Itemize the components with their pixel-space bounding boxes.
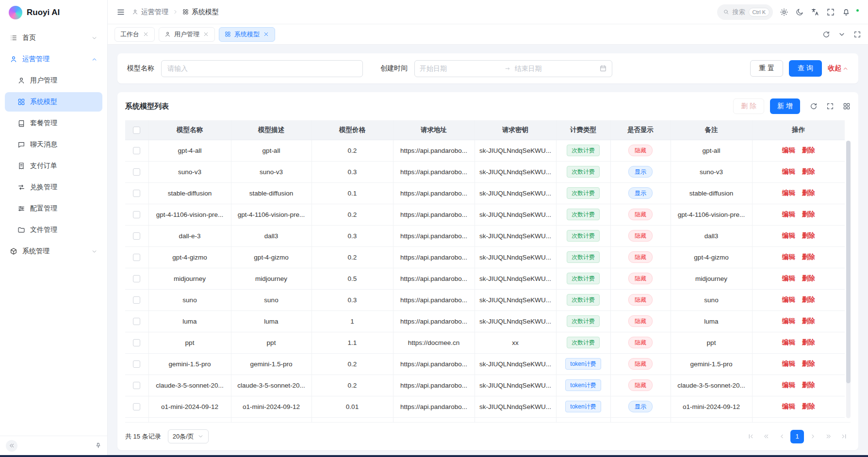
row-checkbox[interactable]: [133, 254, 140, 261]
delete-link[interactable]: 删除: [802, 296, 815, 303]
sidebar-item-plans[interactable]: 套餐管理: [5, 114, 102, 133]
query-button[interactable]: 查 询: [789, 60, 822, 77]
table-scrollbar-thumb[interactable]: [846, 141, 851, 383]
edit-link[interactable]: 编辑: [782, 403, 795, 410]
delete-link[interactable]: 删除: [802, 360, 815, 367]
add-button[interactable]: 新 增: [770, 98, 800, 114]
table-row: midjourney midjourney 0.5 https://api.pa…: [125, 268, 845, 289]
row-checkbox[interactable]: [133, 296, 140, 304]
hamburger-menu-button[interactable]: [116, 8, 125, 16]
tab-close-button[interactable]: [143, 31, 149, 37]
sidebar-item-payment-orders[interactable]: 支付订单: [5, 156, 102, 176]
column-settings-button[interactable]: [843, 102, 851, 110]
sidebar-item-redeem[interactable]: 兑换管理: [5, 178, 102, 197]
sidebar-collapse-button[interactable]: [6, 440, 17, 452]
edit-link[interactable]: 编辑: [782, 189, 795, 196]
table-fullscreen-button[interactable]: [826, 102, 834, 110]
edit-link[interactable]: 编辑: [782, 232, 795, 239]
next-page-button[interactable]: [806, 430, 819, 443]
edit-link[interactable]: 编辑: [782, 339, 795, 346]
delete-link[interactable]: 删除: [802, 403, 815, 410]
content-fullscreen-button[interactable]: [853, 31, 861, 38]
jump-forward-button[interactable]: [821, 430, 835, 443]
sidebar-menu: 首页 运营管理 用户管理 系统模型 套餐管理 聊天消息: [0, 25, 107, 436]
prev-page-button[interactable]: [775, 430, 788, 443]
edit-link[interactable]: 编辑: [782, 275, 795, 282]
sidebar-item-user-management[interactable]: 用户管理: [5, 71, 102, 90]
current-page-button[interactable]: 1: [790, 430, 804, 443]
select-all-checkbox[interactable]: [133, 127, 140, 134]
edit-link[interactable]: 编辑: [782, 360, 795, 367]
first-page-button[interactable]: [744, 430, 757, 443]
sidebar-item-files[interactable]: 文件管理: [5, 220, 102, 240]
edit-link[interactable]: 编辑: [782, 317, 795, 325]
row-checkbox[interactable]: [133, 211, 140, 218]
row-checkbox[interactable]: [133, 403, 140, 410]
row-checkbox[interactable]: [133, 275, 140, 282]
breadcrumb-item-operations[interactable]: 运营管理: [132, 8, 168, 16]
delete-link[interactable]: 删除: [802, 381, 815, 389]
visibility-tag: 显示: [628, 166, 653, 178]
edit-link[interactable]: 编辑: [782, 168, 795, 175]
tab-workbench[interactable]: 工作台: [115, 27, 155, 42]
tab-close-button[interactable]: [203, 31, 209, 37]
settings-button[interactable]: [780, 8, 788, 16]
edit-link[interactable]: 编辑: [782, 211, 795, 218]
sidebar-item-system-management[interactable]: 系统管理: [5, 242, 102, 261]
delete-link[interactable]: 删除: [802, 275, 815, 282]
end-date-input[interactable]: [515, 65, 596, 72]
edit-link[interactable]: 编辑: [782, 296, 795, 303]
notifications-button[interactable]: [842, 8, 851, 16]
delete-link[interactable]: 删除: [802, 253, 815, 261]
last-page-button[interactable]: [837, 430, 851, 443]
tab-close-button[interactable]: [263, 31, 269, 37]
delete-link[interactable]: 删除: [802, 232, 815, 239]
cell-request-url: https://api.pandarobo...: [393, 161, 475, 182]
edit-link[interactable]: 编辑: [782, 381, 795, 389]
delete-link[interactable]: 删除: [802, 147, 815, 154]
row-checkbox[interactable]: [133, 339, 140, 346]
sidebar-item-home[interactable]: 首页: [5, 28, 102, 48]
table-refresh-button[interactable]: [810, 102, 818, 110]
start-date-input[interactable]: [420, 65, 501, 72]
delete-link[interactable]: 删除: [802, 211, 815, 218]
row-checkbox[interactable]: [133, 147, 140, 154]
model-name-input[interactable]: [161, 60, 363, 77]
reset-button[interactable]: 重 置: [750, 60, 783, 77]
row-checkbox[interactable]: [133, 232, 140, 240]
grid-icon: [225, 31, 231, 37]
delete-link[interactable]: 删除: [802, 339, 815, 346]
delete-link[interactable]: 删除: [802, 189, 815, 196]
bulk-delete-button[interactable]: 删 除: [733, 98, 764, 114]
pin-sidebar-button[interactable]: [95, 442, 101, 449]
collapse-filter-link[interactable]: 收起: [828, 64, 849, 73]
brand[interactable]: Ruoyi AI: [0, 0, 107, 25]
edit-link[interactable]: 编辑: [782, 147, 795, 154]
date-range-picker[interactable]: [414, 60, 612, 77]
page-size-value: 20条/页: [173, 432, 194, 441]
fullscreen-button[interactable]: [826, 8, 835, 16]
sidebar-item-chat-messages[interactable]: 聊天消息: [5, 135, 102, 154]
delete-link[interactable]: 删除: [802, 317, 815, 325]
language-button[interactable]: [811, 8, 819, 16]
sidebar-item-operations[interactable]: 运营管理: [5, 49, 102, 69]
row-checkbox[interactable]: [133, 318, 140, 325]
row-checkbox[interactable]: [133, 382, 140, 389]
row-checkbox[interactable]: [133, 360, 140, 368]
dark-mode-button[interactable]: [795, 8, 804, 16]
table-scrollbar-track[interactable]: [846, 141, 851, 418]
tab-user-management[interactable]: 用户管理: [159, 27, 215, 42]
breadcrumb-item-system-models[interactable]: 系统模型: [182, 8, 219, 16]
global-search[interactable]: 搜索 Ctrl K: [717, 4, 773, 20]
tab-menu-button[interactable]: [838, 31, 846, 38]
sidebar-item-system-models[interactable]: 系统模型: [5, 92, 102, 112]
sidebar-item-config[interactable]: 配置管理: [5, 199, 102, 218]
delete-link[interactable]: 删除: [802, 168, 815, 175]
tab-system-models[interactable]: 系统模型: [219, 27, 275, 42]
jump-back-button[interactable]: [759, 430, 773, 443]
row-checkbox[interactable]: [133, 168, 140, 176]
refresh-tab-button[interactable]: [822, 31, 830, 38]
edit-link[interactable]: 编辑: [782, 253, 795, 261]
row-checkbox[interactable]: [133, 190, 140, 197]
page-size-select[interactable]: 20条/页: [168, 429, 209, 443]
